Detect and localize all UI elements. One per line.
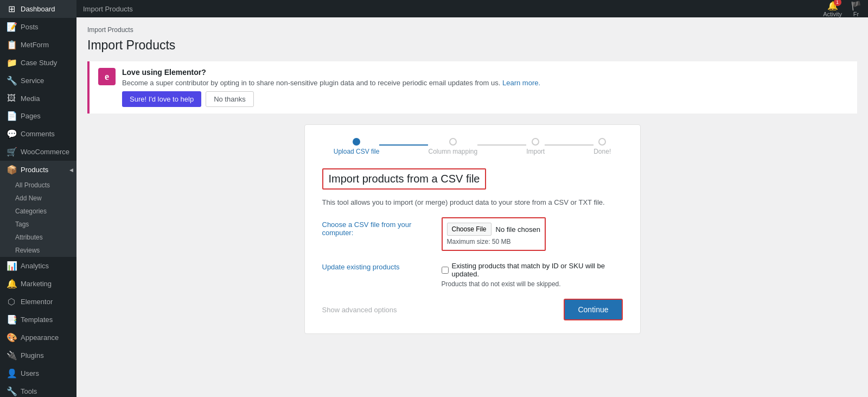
update-note: Products that do not exist will be skipp… xyxy=(442,280,623,288)
elementor-notice-icon: e xyxy=(98,68,116,85)
sidebar-item-label: Elementor xyxy=(21,298,53,306)
page-title-small: Import Products xyxy=(87,26,857,34)
products-submenu: All Products Add New Categories Tags Att… xyxy=(0,179,76,257)
sidebar-item-label: Pages xyxy=(21,112,41,120)
step-import: Import xyxy=(526,138,545,155)
sidebar-item-label: Users xyxy=(21,369,39,377)
update-desc: Existing products that match by ID or SK… xyxy=(452,262,623,278)
sidebar-item-templates[interactable]: 📑 Templates xyxy=(0,311,76,329)
step-done: Done! xyxy=(593,138,611,155)
sidebar-item-tools[interactable]: 🔧 Tools xyxy=(0,382,76,397)
sidebar-item-label: MetForm xyxy=(21,41,49,49)
update-checkbox[interactable] xyxy=(442,267,449,274)
steps-bar: Upload CSV file Column mapping Import Do… xyxy=(322,138,623,155)
sidebar-item-products[interactable]: 📦 Products xyxy=(0,161,76,179)
update-label: Update existing products xyxy=(322,262,431,271)
activity-label: Activity xyxy=(823,11,842,17)
posts-icon: 📝 xyxy=(7,22,16,32)
sidebar-item-plugins[interactable]: 🔌 Plugins xyxy=(0,346,76,364)
notice-content: Love using Elementor? Become a super con… xyxy=(122,68,848,107)
step-upload: Upload CSV file xyxy=(334,138,380,155)
sidebar-item-label: Posts xyxy=(21,23,39,31)
no-file-text: No file chosen xyxy=(496,225,540,234)
sidebar-item-label: Dashboard xyxy=(21,5,55,13)
submenu-attributes[interactable]: Attributes xyxy=(0,231,76,244)
step-label-import: Import xyxy=(526,148,545,155)
elementor-notice: e Love using Elementor? Become a super c… xyxy=(87,61,857,114)
sidebar-item-case-study[interactable]: 📁 Case Study xyxy=(0,54,76,72)
submenu-all-products[interactable]: All Products xyxy=(0,179,76,192)
sidebar-item-label: Comments xyxy=(21,130,55,138)
sidebar-item-media[interactable]: 🖼 Media xyxy=(0,90,76,107)
sidebar-item-marketing[interactable]: 🔔 Marketing xyxy=(0,275,76,293)
submenu-add-new[interactable]: Add New xyxy=(0,192,76,205)
sidebar-item-label: Products xyxy=(21,166,48,174)
csv-label: Choose a CSV file from your computer: xyxy=(322,217,431,237)
sidebar-item-woocommerce[interactable]: 🛒 WooCommerce xyxy=(0,143,76,161)
max-size-text: Maximum size: 50 MB xyxy=(447,238,540,245)
sidebar-item-label: WooCommerce xyxy=(21,148,69,156)
learn-more-link[interactable]: Learn more. xyxy=(502,79,540,87)
import-card: Upload CSV file Column mapping Import Do… xyxy=(304,124,641,334)
submenu-categories[interactable]: Categories xyxy=(0,205,76,218)
sidebar-item-label: Templates xyxy=(21,316,53,324)
sidebar-item-pages[interactable]: 📄 Pages xyxy=(0,107,76,125)
import-heading: Import products from a CSV file xyxy=(322,168,487,190)
step-column: Column mapping xyxy=(428,138,477,155)
submenu-tags[interactable]: Tags xyxy=(0,218,76,231)
step-line-1 xyxy=(379,144,428,146)
step-line-2 xyxy=(477,144,526,146)
notice-desc: Become a super contributor by opting in … xyxy=(122,79,848,87)
form-footer: Show advanced options Continue xyxy=(322,299,623,320)
step-line-3 xyxy=(545,144,593,146)
sidebar-item-elementor[interactable]: ⬡ Elementor xyxy=(0,293,76,311)
sidebar-item-service[interactable]: 🔧 Service xyxy=(0,72,76,90)
fr-icon: 🏴 xyxy=(851,1,861,11)
notice-buttons: Sure! I'd love to help No thanks xyxy=(122,91,848,107)
continue-button[interactable]: Continue xyxy=(564,299,622,320)
metform-icon: 📋 xyxy=(7,40,16,50)
sidebar-item-label: Media xyxy=(21,94,40,103)
sidebar-item-analytics[interactable]: 📊 Analytics xyxy=(0,257,76,275)
sidebar-item-posts[interactable]: 📝 Posts xyxy=(0,18,76,36)
notice-no-button[interactable]: No thanks xyxy=(206,91,254,107)
sidebar-item-comments[interactable]: 💬 Comments xyxy=(0,125,76,143)
analytics-icon: 📊 xyxy=(7,261,16,271)
sidebar-item-label: Marketing xyxy=(21,280,52,288)
sidebar-item-metform[interactable]: 📋 MetForm xyxy=(0,36,76,54)
main-content: Import Products Import Products e Love u… xyxy=(76,17,868,397)
activity-button[interactable]: 🔔 1 Activity xyxy=(823,1,842,17)
update-control: Existing products that match by ID or SK… xyxy=(442,262,623,288)
sidebar-item-label: Tools xyxy=(21,387,37,395)
csv-control-wrap: Choose File No file chosen Maximum size:… xyxy=(442,217,546,251)
choose-file-button[interactable]: Choose File xyxy=(447,223,492,236)
show-advanced-link[interactable]: Show advanced options xyxy=(322,306,397,314)
step-circle-column xyxy=(449,138,457,146)
marketing-icon: 🔔 xyxy=(7,279,16,289)
fr-button[interactable]: 🏴 Fr xyxy=(851,1,861,17)
topbar-right: 🔔 1 Activity 🏴 Fr xyxy=(823,1,861,17)
pages-icon: 📄 xyxy=(7,111,16,121)
sidebar-item-dashboard[interactable]: ⊞ Dashboard xyxy=(0,0,76,18)
sidebar-item-label: Service xyxy=(21,77,44,85)
sidebar-item-label: Case Study xyxy=(21,59,57,67)
appearance-icon: 🎨 xyxy=(7,332,16,343)
step-label-column: Column mapping xyxy=(428,148,477,155)
sidebar-item-appearance[interactable]: 🎨 Appearance xyxy=(0,329,76,346)
update-products-row: Update existing products Existing produc… xyxy=(322,262,623,288)
step-circle-done xyxy=(598,138,606,146)
elementor-icon: ⬡ xyxy=(7,297,16,307)
sidebar-item-users[interactable]: 👤 Users xyxy=(0,364,76,382)
sidebar-item-label: Appearance xyxy=(21,333,59,342)
tools-icon: 🔧 xyxy=(7,386,16,396)
csv-file-row: Choose a CSV file from your computer: Ch… xyxy=(322,217,623,251)
comments-icon: 💬 xyxy=(7,129,16,139)
sidebar: ⊞ Dashboard 📝 Posts 📋 MetForm 📁 Case Stu… xyxy=(0,0,76,397)
notice-title: Love using Elementor? xyxy=(122,68,848,77)
notice-yes-button[interactable]: Sure! I'd love to help xyxy=(122,91,201,107)
checkbox-row: Existing products that match by ID or SK… xyxy=(442,262,623,278)
step-circle-upload xyxy=(353,138,360,146)
fr-label: Fr xyxy=(853,11,859,17)
case-study-icon: 📁 xyxy=(7,58,16,68)
submenu-reviews[interactable]: Reviews xyxy=(0,244,76,257)
